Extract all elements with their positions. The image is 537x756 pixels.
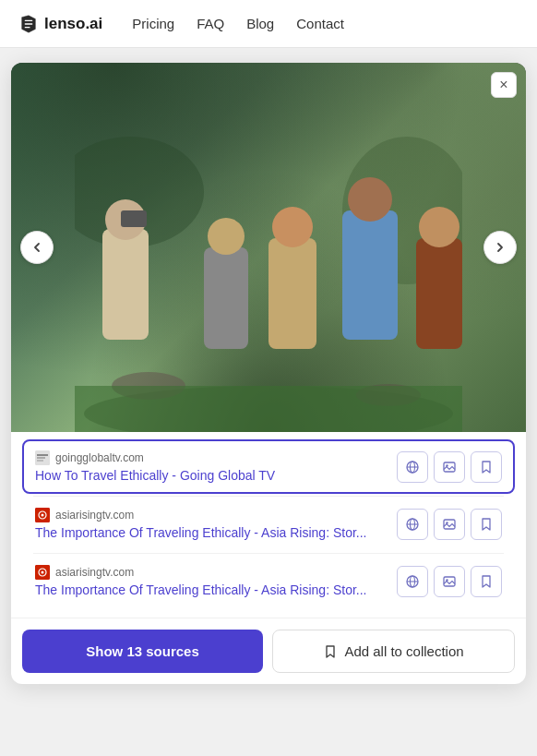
photo-svg [75,118,462,432]
source-item[interactable]: asiarisingtv.com The Importance Of Trave… [22,497,515,551]
next-image-button[interactable] [483,231,517,264]
svg-point-13 [419,207,459,247]
source-item[interactable]: goingglobaltv.com How To Travel Ethicall… [22,439,515,494]
svg-point-9 [272,207,313,247]
source-domain-row: asiarisingtv.com [35,565,388,580]
source-content: goingglobaltv.com How To Travel Ethicall… [35,450,388,483]
image-icon [442,517,457,532]
bookmark-button[interactable] [471,451,502,483]
add-collection-label: Add all to collection [344,643,463,659]
source-domain-row: asiarisingtv.com [35,508,388,522]
image-area [11,63,526,432]
logo[interactable]: lenso.ai [18,14,102,34]
nav-faq[interactable]: FAQ [197,16,224,31]
bookmark-icon [479,574,494,589]
svg-point-11 [348,177,392,222]
nav-contact[interactable]: Contact [296,16,344,31]
source-domain: asiarisingtv.com [55,509,134,522]
globe-icon [405,460,420,474]
image-button[interactable] [434,566,465,597]
bookmark-button[interactable] [471,509,502,540]
svg-rect-8 [268,238,316,349]
bookmark-icon [479,460,494,474]
image-icon [442,574,457,589]
prev-image-button[interactable] [20,231,54,264]
source-domain: goingglobaltv.com [55,451,144,464]
svg-rect-18 [37,454,48,456]
source-title[interactable]: How To Travel Ethically - Going Global T… [35,468,388,483]
main-content: × [0,48,537,756]
modal-card: × [11,63,526,684]
arrow-left-icon [31,242,42,253]
navbar-links: Pricing FAQ Blog Contact [132,16,344,31]
source-actions [397,451,502,483]
sources-list: goingglobaltv.com How To Travel Ethicall… [11,432,526,618]
source-content: asiarisingtv.com The Importance Of Trave… [35,508,388,540]
svg-rect-5 [121,210,147,227]
svg-point-36 [42,571,44,574]
favicon [35,450,50,465]
logo-icon [18,14,39,34]
arrow-right-icon [495,242,506,253]
source-title[interactable]: The Importance Of Traveling Ethically - … [35,582,388,597]
svg-rect-20 [37,460,43,462]
svg-rect-3 [102,229,149,340]
favicon [35,508,50,522]
globe-button[interactable] [397,566,428,597]
svg-rect-19 [37,457,45,459]
globe-icon [405,574,420,589]
add-collection-button[interactable]: Add all to collection [272,630,515,673]
collection-bookmark-icon [323,644,338,659]
nav-blog[interactable]: Blog [246,16,274,31]
bottom-actions: Show 13 sources Add all to collection [11,618,526,684]
svg-rect-10 [342,210,398,340]
favicon [35,565,50,580]
globe-button[interactable] [397,451,428,483]
svg-point-28 [42,514,44,517]
globe-icon [405,517,420,532]
source-domain-row: goingglobaltv.com [35,450,388,465]
navbar: lenso.ai Pricing FAQ Blog Contact [0,0,537,48]
nav-pricing[interactable]: Pricing [132,16,174,31]
svg-rect-12 [416,238,462,349]
logo-text: lenso.ai [44,15,102,33]
source-domain: asiarisingtv.com [55,566,134,579]
svg-rect-16 [75,386,462,432]
source-content: asiarisingtv.com The Importance Of Trave… [35,565,388,597]
show-sources-button[interactable]: Show 13 sources [22,630,263,673]
image-icon [442,460,457,474]
svg-rect-6 [204,247,248,349]
source-actions [397,566,502,597]
svg-point-7 [208,218,245,255]
source-item[interactable]: asiarisingtv.com The Importance Of Trave… [22,554,515,608]
image-button[interactable] [434,509,465,540]
globe-button[interactable] [397,509,428,540]
bookmark-button[interactable] [471,566,502,597]
bookmark-icon [479,517,494,532]
source-actions [397,509,502,540]
close-button[interactable]: × [491,72,517,98]
image-button[interactable] [434,451,465,483]
main-image [11,63,526,432]
source-title[interactable]: The Importance Of Traveling Ethically - … [35,525,388,540]
